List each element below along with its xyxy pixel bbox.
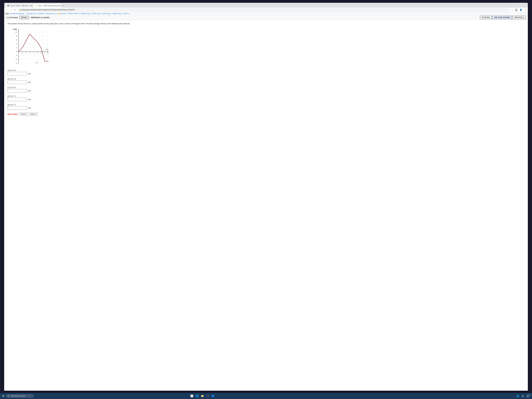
bookmark-gplay[interactable]: G Google Play: [26, 13, 36, 14]
tab-label: Course: SUNO - 2020 FALL - Ma...: [10, 5, 33, 6]
unit-d: m/s: [28, 98, 31, 101]
svg-text:t (s): t (s): [46, 49, 48, 50]
bookmark-yahoo[interactable]: Y www.yahoo.com: [45, 13, 57, 14]
info-icon[interactable]: ⓘ: [36, 61, 38, 64]
bookmark-button[interactable]: ☆: [511, 8, 513, 12]
y-axis-label: x (m): [13, 28, 17, 30]
bookmark-step[interactable]: Z STEP page: [102, 13, 111, 14]
details-button[interactable]: DETAILS: [19, 16, 29, 19]
question-code: SERPSE10 2.1.OP.001.: [31, 17, 50, 19]
tab-test[interactable]: 📝 Test 1 - SPHY 213N General Phys... ✕: [33, 4, 61, 7]
svg-text:4: 4: [33, 52, 34, 54]
bookmark-remind[interactable]: 🔔 Remind: [58, 13, 66, 14]
taskbar-spotify[interactable]: 🎵: [205, 394, 210, 398]
taskbar-network-icon[interactable]: 🌐: [516, 394, 520, 398]
url-text: webassign.net/web/Student/Assignment-Res…: [21, 9, 75, 11]
unit-a: m/s: [28, 73, 31, 75]
bookmark-stepe[interactable]: G STEP e: [122, 13, 129, 14]
title-bar: 🎓 Course: SUNO - 2020 FALL - Ma... ✕ 📝 T…: [4, 3, 528, 8]
svg-text:3: 3: [29, 52, 30, 54]
back-button[interactable]: ←: [5, 8, 8, 12]
bookmark-blumen[interactable]: ✦ Blumen Online: [67, 13, 78, 14]
taskbar-system-icons: 🌐 🔊 12:00PM: [516, 394, 531, 398]
search-placeholder: Type here to search: [11, 395, 25, 397]
forward-button[interactable]: →: [9, 8, 13, 12]
need-help-row: Need Help? Read It Watch It: [7, 113, 525, 116]
answer-section-c: (c) 2 to 6 s m/s: [7, 86, 525, 93]
part-e-label: (e) 0 to 7 s: [7, 104, 525, 106]
part-d-label: (d) 3 to 7 s: [7, 95, 525, 97]
answer-row-b: m/s: [7, 81, 525, 84]
practice-button[interactable]: PRACTICE A: [513, 16, 526, 19]
taskbar-clock: 12:00PM: [526, 394, 531, 398]
bookmark-cstep[interactable]: Z CSTEP Page: [90, 13, 101, 14]
ask-teacher-button[interactable]: ASK YOUR TEACHER: [492, 16, 512, 19]
input-e[interactable]: [7, 106, 27, 110]
search-icon: 🔍: [8, 395, 10, 397]
taskbar-chrome[interactable]: 🔵: [211, 394, 215, 398]
tab-icon: 🎓: [7, 5, 9, 6]
answer-row-e: m/s: [7, 106, 525, 110]
input-b[interactable]: [7, 81, 27, 84]
taskbar-center: ○ ⬜ 🌐 📁 🎵 🔵: [184, 394, 215, 398]
bookmarks-toolbar: Apps Z ASolid Photograph... G Google Pla…: [4, 12, 528, 15]
new-tab-button[interactable]: +: [62, 4, 65, 8]
action-buttons: MY NOTES ASK YOUR TEACHER PRACTICE A: [480, 16, 526, 19]
read-it-button[interactable]: Read It: [19, 113, 28, 116]
reload-button[interactable]: ↻: [13, 8, 16, 12]
taskbar-volume-icon[interactable]: 🔊: [521, 394, 525, 398]
address-bar-row: ← → ↻ 🔒 webassign.net/web/Student/Assign…: [4, 8, 528, 12]
input-d[interactable]: [7, 98, 27, 101]
question-header: 2. [-/5 Points] DETAILS SERPSE10 2.1.OP.…: [6, 16, 50, 19]
taskbar-cortana[interactable]: ○: [184, 394, 189, 398]
my-notes-button[interactable]: MY NOTES: [480, 16, 492, 19]
bookmark-ubms[interactable]: Z UBMS Page: [112, 13, 121, 14]
svg-text:2: 2: [16, 47, 17, 49]
taskbar-search[interactable]: 🔍 Type here to search: [6, 394, 34, 398]
start-button[interactable]: ⊞: [1, 394, 5, 398]
answer-row-d: m/s: [7, 98, 525, 101]
svg-text:1: 1: [22, 52, 23, 54]
svg-text:8: 8: [16, 35, 17, 37]
svg-text:2: 2: [26, 52, 26, 54]
position-time-graph: x (m): [10, 27, 52, 66]
svg-text:−2: −2: [15, 55, 17, 56]
points-label: 2. [-/5 Points]: [6, 17, 18, 19]
svg-text:−4: −4: [15, 59, 17, 60]
tab-course[interactable]: 🎓 Course: SUNO - 2020 FALL - Ma... ✕: [5, 4, 33, 7]
answer-row-a: m/s: [7, 72, 525, 75]
watch-it-button[interactable]: Watch It: [29, 113, 38, 116]
profile-icon[interactable]: 👤: [519, 8, 523, 12]
svg-text:6: 6: [41, 52, 41, 54]
svg-text:−6: −6: [15, 63, 17, 64]
question-text: The position versus time for a certain p…: [7, 22, 525, 25]
menu-button[interactable]: ⋮: [524, 8, 527, 12]
answer-row-c: m/s: [7, 89, 525, 93]
taskbar-taskview[interactable]: ⬜: [190, 394, 194, 398]
part-a-label: (a) 0 to 2 s: [7, 69, 525, 71]
bookmark-lsamp[interactable]: Z LSAMP Page: [79, 13, 90, 14]
input-a[interactable]: [7, 72, 27, 75]
svg-text:4: 4: [16, 43, 17, 44]
headphones-icon[interactable]: 🎧: [514, 8, 518, 12]
svg-text:10: 10: [15, 32, 17, 33]
bookmark-asolid[interactable]: Z ASolid Photograph...: [10, 13, 25, 14]
answer-section-d: (d) 3 to 7 s m/s: [7, 95, 525, 101]
unit-b: m/s: [28, 81, 31, 83]
unit-c: m/s: [28, 90, 31, 92]
page-content: 2. [-/5 Points] DETAILS SERPSE10 2.1.OP.…: [4, 15, 528, 391]
address-bar[interactable]: 🔒 webassign.net/web/Student/Assignment-R…: [18, 8, 509, 12]
svg-text:8: 8: [47, 52, 48, 54]
part-b-label: (b) 0 to 3 s: [7, 78, 525, 80]
graph-container: x (m): [10, 27, 52, 66]
answer-section-b: (b) 0 to 3 s m/s: [7, 78, 525, 84]
answer-section-a: (a) 0 to 2 s m/s: [7, 69, 525, 75]
taskbar-fileexplorer[interactable]: 📁: [200, 394, 205, 398]
part-c-label: (c) 2 to 6 s: [7, 86, 525, 89]
svg-marker-20: [18, 29, 19, 30]
input-c[interactable]: [7, 89, 27, 93]
apps-label: Apps: [5, 13, 9, 14]
bookmark-settings[interactable]: ⚙ Settings: [37, 13, 44, 14]
taskbar-edge[interactable]: 🌐: [195, 394, 199, 398]
svg-marker-19: [48, 51, 48, 52]
